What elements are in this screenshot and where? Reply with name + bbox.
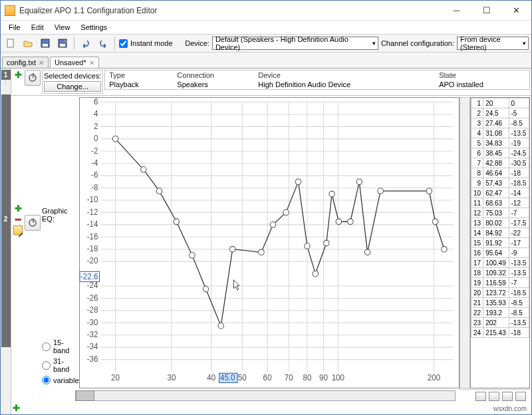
power-button[interactable] bbox=[25, 70, 41, 86]
table-row[interactable]: 638.45-24.5 bbox=[471, 148, 529, 158]
menu-file[interactable]: File bbox=[3, 22, 26, 33]
svg-point-87 bbox=[336, 219, 341, 225]
table-row[interactable]: 846.64-18 bbox=[471, 168, 529, 178]
svg-point-89 bbox=[356, 179, 362, 185]
tabstrip: config.txt✕ Unsaved*✕ bbox=[1, 53, 531, 69]
svg-text:40: 40 bbox=[207, 373, 215, 382]
add-icon[interactable]: ✚ bbox=[15, 70, 22, 80]
svg-point-91 bbox=[378, 188, 383, 194]
radio-31band[interactable]: 31-band bbox=[42, 357, 78, 373]
channel-config-label: Channel configuration: bbox=[381, 39, 454, 47]
svg-text:100: 100 bbox=[332, 373, 345, 382]
change-button[interactable]: Change... bbox=[44, 81, 101, 92]
close-button[interactable]: ✕ bbox=[501, 1, 531, 20]
table-row[interactable]: 1062.47-14 bbox=[471, 188, 529, 198]
save-as-icon[interactable] bbox=[55, 36, 70, 51]
svg-text:-10: -10 bbox=[87, 195, 98, 204]
svg-text:-2: -2 bbox=[91, 146, 98, 155]
svg-point-80 bbox=[270, 221, 275, 227]
svg-rect-0 bbox=[7, 39, 13, 47]
block-number-2[interactable]: 2 bbox=[1, 94, 11, 347]
table-row[interactable]: 21135.93-8.5 bbox=[471, 298, 529, 308]
table-row[interactable]: 1168.63-12 bbox=[471, 198, 529, 208]
table-row[interactable]: 742.88-30.5 bbox=[471, 158, 529, 168]
svg-text:-24: -24 bbox=[87, 281, 98, 290]
svg-point-94 bbox=[442, 246, 447, 252]
tab-config[interactable]: config.txt✕ bbox=[2, 57, 49, 68]
svg-point-75 bbox=[190, 253, 195, 259]
add-icon[interactable]: ✚ bbox=[15, 204, 22, 213]
table-row[interactable]: 534.83-19 bbox=[471, 138, 529, 148]
table-row[interactable]: 431.08-13.5 bbox=[471, 128, 529, 138]
svg-point-90 bbox=[364, 249, 370, 255]
reset-icon[interactable] bbox=[502, 392, 513, 401]
svg-text:80: 80 bbox=[303, 373, 311, 382]
table-row[interactable]: 23202-13.5 bbox=[471, 318, 529, 328]
table-row[interactable]: 957.43-18.5 bbox=[471, 178, 529, 188]
table-row[interactable]: 1591.92-17 bbox=[471, 238, 529, 248]
minimize-button[interactable]: ─ bbox=[442, 1, 471, 20]
instant-mode-checkbox[interactable]: Instant mode bbox=[119, 39, 173, 48]
edit-icon[interactable] bbox=[13, 225, 23, 235]
table-row[interactable]: 1380.02-17.5 bbox=[471, 218, 529, 228]
svg-text:-4: -4 bbox=[91, 158, 98, 168]
export-icon[interactable] bbox=[489, 392, 499, 401]
new-file-icon[interactable] bbox=[3, 36, 18, 51]
menu-view[interactable]: View bbox=[49, 22, 76, 33]
svg-text:-26: -26 bbox=[87, 293, 98, 303]
open-file-icon[interactable] bbox=[21, 36, 35, 51]
table-row[interactable]: 1695.64-9 bbox=[471, 248, 529, 258]
table-row[interactable]: 19116.59-7 bbox=[471, 278, 529, 288]
svg-text:-20: -20 bbox=[87, 256, 98, 265]
table-row[interactable]: 327.46-8.5 bbox=[471, 118, 529, 128]
svg-point-74 bbox=[174, 219, 179, 225]
undo-icon[interactable] bbox=[78, 36, 93, 51]
eq-chart[interactable]: 6420-2-4-6-8-10-12-14-16-18-20-24-26-28-… bbox=[79, 97, 460, 388]
table-row[interactable]: 1275.03-7 bbox=[471, 208, 529, 218]
menu-edit[interactable]: Edit bbox=[26, 22, 49, 33]
svg-point-85 bbox=[324, 240, 329, 246]
table-row[interactable]: 24215.43-18 bbox=[471, 328, 529, 338]
table-row[interactable]: 18109.32-13.5 bbox=[471, 268, 529, 278]
table-row[interactable]: 224.5-5 bbox=[471, 108, 529, 118]
menu-settings[interactable]: Settings bbox=[75, 22, 112, 33]
chart-scrollbar[interactable] bbox=[460, 97, 470, 388]
eq-block: ✚ ━ Graphic EQ: 15-band 31-band variable… bbox=[11, 96, 531, 390]
table-row[interactable]: 1200 bbox=[471, 98, 529, 108]
table-row[interactable]: Playback Speakers High Definition Audio … bbox=[105, 80, 529, 89]
power-button[interactable] bbox=[25, 215, 41, 231]
table-row[interactable]: 22193.2-8.5 bbox=[471, 308, 529, 318]
radio-variable[interactable]: variable bbox=[42, 376, 79, 384]
svg-text:4: 4 bbox=[94, 109, 98, 118]
table-row[interactable]: 20123.72-18.5 bbox=[471, 288, 529, 298]
horizontal-scrollbar[interactable] bbox=[75, 390, 456, 401]
device-label: Device: bbox=[185, 39, 209, 47]
svg-text:60: 60 bbox=[263, 373, 272, 382]
svg-text:-6: -6 bbox=[91, 170, 98, 180]
table-row[interactable]: 17100.49-13.5 bbox=[471, 258, 529, 268]
points-table[interactable]: 1200224.5-5327.46-8.5431.08-13.5534.83-1… bbox=[470, 97, 530, 388]
zoom-icon[interactable] bbox=[515, 392, 526, 401]
close-icon[interactable]: ✕ bbox=[89, 59, 94, 67]
remove-icon[interactable]: ━ bbox=[15, 214, 21, 225]
svg-point-76 bbox=[203, 286, 208, 292]
add-icon[interactable]: ✚ bbox=[13, 403, 20, 413]
svg-rect-2 bbox=[43, 44, 48, 47]
table-row[interactable]: 1484.92-22 bbox=[471, 228, 529, 238]
redo-icon[interactable] bbox=[96, 36, 110, 51]
import-icon[interactable] bbox=[475, 392, 486, 401]
maximize-button[interactable]: ☐ bbox=[471, 1, 501, 20]
svg-point-93 bbox=[432, 219, 438, 225]
tab-unsaved[interactable]: Unsaved*✕ bbox=[50, 57, 99, 68]
svg-point-92 bbox=[426, 188, 432, 194]
device-combo[interactable]: Default (Speakers - High Definition Audi… bbox=[212, 37, 378, 50]
svg-text:30: 30 bbox=[167, 373, 176, 382]
save-icon[interactable] bbox=[38, 36, 53, 51]
device-table: Type Connection Device State Playback Sp… bbox=[104, 70, 530, 90]
channel-config-combo[interactable]: From device (Stereo) bbox=[457, 37, 529, 50]
radio-15band[interactable]: 15-band bbox=[42, 339, 78, 354]
svg-point-77 bbox=[218, 323, 223, 329]
close-icon[interactable]: ✕ bbox=[39, 59, 44, 67]
svg-text:-8: -8 bbox=[91, 183, 98, 192]
block-number-1[interactable]: 1 bbox=[1, 70, 11, 80]
